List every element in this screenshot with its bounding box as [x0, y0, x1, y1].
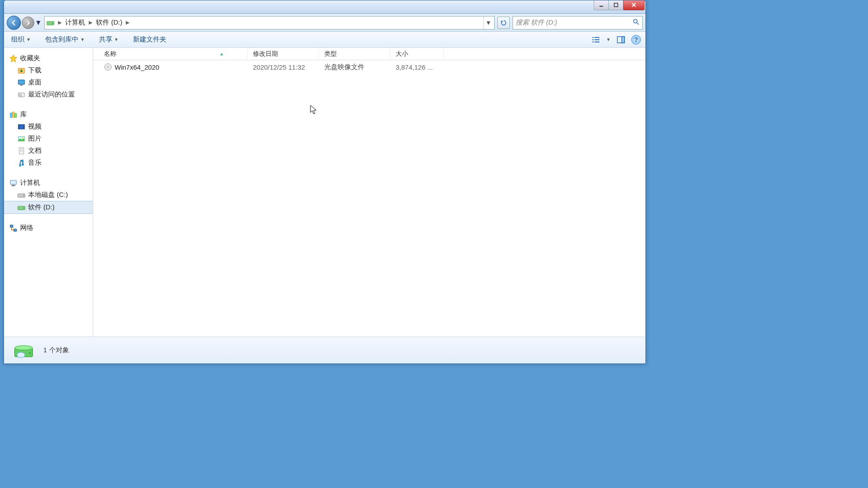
- minimize-button[interactable]: [594, 0, 609, 10]
- sidebar-item-libraries[interactable]: 库: [4, 108, 93, 121]
- svg-rect-33: [10, 225, 13, 227]
- toolbar: 组织 ▼ 包含到库中 ▼ 共享 ▼ 新建文件夹 ▼: [4, 32, 645, 48]
- help-button[interactable]: ?: [631, 35, 641, 45]
- libraries-group: 库 视频 图片 文档 音乐: [4, 108, 93, 169]
- svg-point-30: [23, 195, 24, 196]
- chevron-down-icon[interactable]: ▼: [606, 37, 611, 42]
- file-list[interactable]: Win7x64_2020 2020/12/25 11:32 光盘映像文件 3,8…: [93, 60, 645, 337]
- titlebar: [4, 0, 645, 14]
- drive-icon: [17, 204, 25, 212]
- svg-rect-1: [614, 3, 618, 7]
- view-mode-button[interactable]: [590, 34, 602, 46]
- search-input[interactable]: 搜索 软件 (D:): [513, 16, 643, 29]
- svg-rect-26: [19, 148, 24, 154]
- address-bar-row: ▼ ▶ 计算机 ▶ 软件 (D:) ▶ ▾ 搜索 软件 (D:): [4, 14, 645, 32]
- svg-point-39: [29, 352, 31, 354]
- libraries-icon: [9, 111, 17, 119]
- sidebar-item-network[interactable]: 网络: [4, 222, 93, 234]
- breadcrumb-sep-icon: ▶: [88, 20, 93, 25]
- drive-icon: [46, 19, 54, 27]
- navigation-pane: 收藏夹 下载 桌面 最近访问的位置 库: [4, 48, 93, 337]
- nav-buttons: ▼: [7, 16, 41, 30]
- status-text: 1 个对象: [43, 346, 69, 355]
- sidebar-item-desktop[interactable]: 桌面: [4, 76, 93, 88]
- explorer-window: ▼ ▶ 计算机 ▶ 软件 (D:) ▶ ▾ 搜索 软件 (D:) 组织: [4, 0, 646, 364]
- sidebar-item-favorites[interactable]: 收藏夹: [4, 52, 93, 64]
- svg-point-36: [107, 66, 109, 68]
- column-date[interactable]: 修改日期: [248, 48, 319, 60]
- svg-rect-23: [23, 125, 25, 129]
- search-placeholder: 搜索 软件 (D:): [516, 18, 557, 27]
- organize-menu[interactable]: 组织 ▼: [8, 33, 33, 46]
- network-icon: [9, 224, 17, 232]
- svg-rect-0: [599, 6, 603, 7]
- forward-button[interactable]: [22, 17, 34, 29]
- drive-icon: [17, 191, 25, 199]
- file-type-cell: 光盘映像文件: [319, 63, 390, 71]
- include-in-library-menu[interactable]: 包含到库中 ▼: [42, 33, 87, 46]
- sidebar-item-recent[interactable]: 最近访问的位置: [4, 88, 93, 100]
- file-size-cell: 3,874,126 ...: [390, 63, 444, 71]
- sidebar-item-software-d[interactable]: 软件 (D:): [4, 201, 93, 214]
- documents-icon: [17, 147, 25, 155]
- star-icon: [9, 54, 17, 63]
- breadcrumb-drive[interactable]: 软件 (D:): [93, 17, 125, 29]
- sidebar-item-local-c[interactable]: 本地磁盘 (C:): [4, 189, 93, 201]
- disc-image-icon: [104, 63, 112, 71]
- svg-point-4: [634, 20, 637, 23]
- downloads-icon: [17, 67, 25, 75]
- search-icon: [632, 18, 640, 27]
- column-type[interactable]: 类型: [319, 48, 390, 60]
- svg-rect-10: [595, 42, 599, 42]
- svg-rect-6: [595, 37, 599, 38]
- svg-rect-27: [10, 180, 17, 184]
- new-folder-button[interactable]: 新建文件夹: [130, 33, 169, 46]
- sidebar-item-downloads[interactable]: 下载: [4, 64, 93, 76]
- file-list-pane: 名称 ▲ 修改日期 类型 大小 Win7x64_2020 2020/12/25 …: [93, 48, 645, 337]
- sort-ascending-icon: ▲: [219, 51, 224, 56]
- column-size[interactable]: 大小: [390, 48, 444, 60]
- close-button[interactable]: [623, 0, 645, 10]
- explorer-body: 收藏夹 下载 桌面 最近访问的位置 库: [4, 48, 645, 337]
- sidebar-item-documents[interactable]: 文档: [4, 145, 93, 157]
- share-menu[interactable]: 共享 ▼: [96, 33, 121, 46]
- back-button[interactable]: [7, 16, 21, 30]
- video-icon: [17, 123, 25, 131]
- status-bar: 1 个对象: [4, 337, 645, 363]
- file-row[interactable]: Win7x64_2020 2020/12/25 11:32 光盘映像文件 3,8…: [93, 60, 645, 74]
- breadcrumb-sep-icon: ▶: [125, 20, 130, 25]
- address-dropdown[interactable]: ▾: [484, 17, 492, 29]
- recent-icon: [17, 91, 25, 99]
- preview-pane-button[interactable]: [615, 34, 627, 46]
- svg-rect-18: [10, 113, 12, 117]
- breadcrumb-sep-icon: ▶: [57, 20, 62, 25]
- sidebar-item-computer[interactable]: 计算机: [4, 177, 93, 189]
- computer-group: 计算机 本地磁盘 (C:) 软件 (D:): [4, 177, 93, 214]
- svg-rect-12: [622, 37, 624, 43]
- network-group: 网络: [4, 222, 93, 234]
- chevron-down-icon: ▼: [114, 37, 119, 42]
- svg-rect-28: [12, 185, 15, 186]
- sidebar-item-videos[interactable]: 视频: [4, 121, 93, 133]
- address-bar[interactable]: ▶ 计算机 ▶ 软件 (D:) ▶ ▾: [44, 16, 495, 29]
- maximize-button[interactable]: [608, 0, 624, 10]
- svg-rect-34: [14, 229, 17, 231]
- column-name[interactable]: 名称 ▲: [93, 48, 248, 60]
- breadcrumb-computer[interactable]: 计算机: [62, 17, 88, 29]
- sidebar-item-pictures[interactable]: 图片: [4, 133, 93, 145]
- chevron-down-icon: ▼: [26, 37, 31, 42]
- svg-rect-15: [20, 85, 23, 86]
- file-date-cell: 2020/12/25 11:32: [248, 63, 319, 71]
- nav-history-dropdown[interactable]: ▼: [35, 16, 41, 30]
- svg-rect-7: [592, 39, 594, 40]
- svg-point-3: [52, 22, 53, 23]
- svg-rect-20: [15, 113, 17, 117]
- refresh-button[interactable]: [497, 17, 510, 29]
- sidebar-item-music[interactable]: 音乐: [4, 157, 93, 169]
- svg-rect-9: [592, 42, 594, 42]
- svg-rect-19: [12, 112, 14, 117]
- column-headers: 名称 ▲ 修改日期 类型 大小: [93, 48, 645, 60]
- pictures-icon: [17, 135, 25, 143]
- drive-large-icon: [13, 340, 34, 361]
- chevron-down-icon: ▼: [80, 37, 85, 42]
